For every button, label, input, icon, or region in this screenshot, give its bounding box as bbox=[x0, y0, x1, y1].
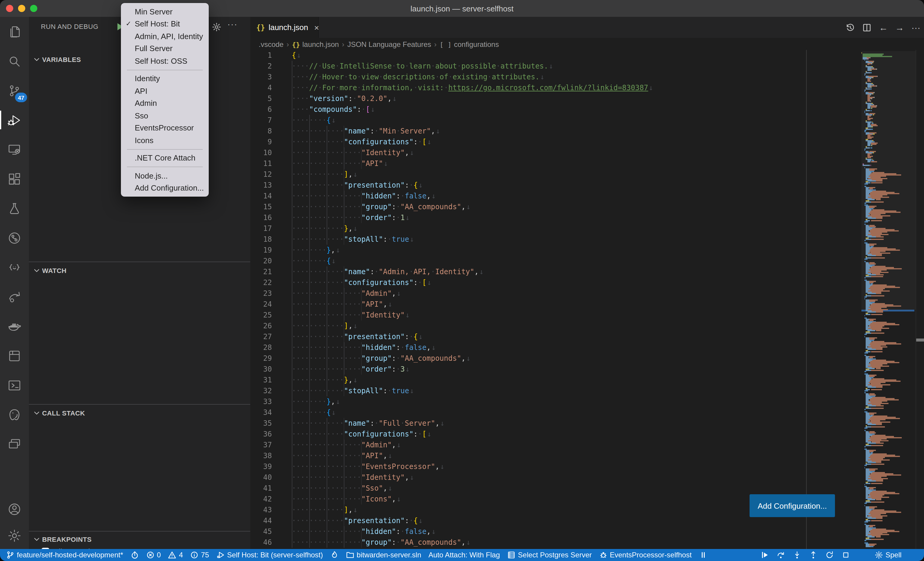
menu-item-add-configuration-[interactable]: Add Configuration... bbox=[121, 182, 209, 194]
code-line[interactable]: 34········{↓ bbox=[250, 407, 924, 418]
breadcrumb-item[interactable]: JSON Language Features bbox=[347, 40, 431, 49]
menu-item-node-js-[interactable]: Node.js... bbox=[121, 169, 209, 182]
menu-item-admin[interactable]: Admin bbox=[121, 97, 209, 109]
menu-item-self-host-oss[interactable]: Self Host: OSS bbox=[121, 55, 209, 67]
source-control-icon[interactable]: 47 bbox=[0, 76, 29, 105]
explorer-icon[interactable] bbox=[0, 17, 29, 46]
breakpoints-section-header[interactable]: BREAKPOINTS bbox=[29, 533, 250, 546]
menu-item-api[interactable]: API bbox=[121, 85, 209, 97]
breadcrumb-item[interactable]: {}launch.json bbox=[292, 40, 339, 49]
search-icon[interactable] bbox=[0, 46, 29, 76]
code-line[interactable]: 11················"API"↓ bbox=[250, 158, 924, 169]
step-into-button[interactable] bbox=[793, 551, 801, 559]
gitlens-icon[interactable] bbox=[0, 223, 29, 253]
code-line[interactable]: 21············"name":·"Admin,·API,·Ident… bbox=[250, 266, 924, 277]
code-line[interactable]: 5····"version":·"0.2.0",↓ bbox=[250, 93, 924, 104]
live-share-icon[interactable] bbox=[0, 282, 29, 311]
close-window-button[interactable] bbox=[6, 5, 13, 12]
code-line[interactable]: 12············],↓ bbox=[250, 169, 924, 180]
code-line[interactable]: 27············"presentation":·{↓ bbox=[250, 331, 924, 342]
code-line[interactable]: 8············"name":·"Min·Server",↓ bbox=[250, 126, 924, 136]
code-line[interactable]: 2····//·Use·IntelliSense·to·learn·about·… bbox=[250, 61, 924, 72]
code-line[interactable]: 22············"configurations":·[↓ bbox=[250, 277, 924, 288]
code-line[interactable]: 9············"configurations":·[↓ bbox=[250, 136, 924, 147]
code-line[interactable]: 3····//·Hover·to·view·descriptions·of·ex… bbox=[250, 72, 924, 82]
code-line[interactable]: 37················"Admin",↓ bbox=[250, 440, 924, 450]
active-debug-config[interactable]: Self Host: Bit (server-selfhost) bbox=[216, 549, 323, 561]
pause-button[interactable] bbox=[699, 551, 707, 559]
code-line[interactable]: 24················"API",↓ bbox=[250, 299, 924, 310]
powershell-icon[interactable] bbox=[0, 370, 29, 400]
code-line[interactable]: 40················"Identity",↓ bbox=[250, 472, 924, 483]
remote-explorer-icon[interactable] bbox=[0, 135, 29, 164]
zoom-window-button[interactable] bbox=[30, 5, 37, 12]
info-count[interactable]: 75 bbox=[190, 549, 209, 561]
docker-icon[interactable] bbox=[0, 311, 29, 341]
code-line[interactable]: 46················"group":·"AA_compounds… bbox=[250, 537, 924, 548]
solution-picker[interactable]: bitwarden-server.sln bbox=[346, 549, 422, 561]
more-actions-icon[interactable]: ··· bbox=[911, 22, 920, 33]
gear-icon[interactable] bbox=[212, 22, 221, 32]
code-line[interactable]: 25················"Identity"↓ bbox=[250, 310, 924, 320]
database-icon[interactable] bbox=[0, 341, 29, 370]
debug-session[interactable]: EventsProcessor-selfhost bbox=[599, 549, 692, 561]
menu-item-icons[interactable]: Icons bbox=[121, 134, 209, 147]
split-editor-icon[interactable] bbox=[862, 22, 872, 32]
warning-count[interactable]: 4 bbox=[168, 549, 183, 561]
code-line[interactable]: 36············"configurations":·[↓ bbox=[250, 429, 924, 440]
close-tab-icon[interactable]: × bbox=[314, 22, 319, 32]
code-line[interactable]: 41················"Sso",↓ bbox=[250, 483, 924, 494]
account-icon[interactable] bbox=[0, 496, 29, 522]
rest-client-icon[interactable] bbox=[0, 253, 29, 282]
menu-item-admin-api-identity[interactable]: Admin, API, Identity bbox=[121, 30, 209, 42]
minimize-window-button[interactable] bbox=[18, 5, 25, 12]
settings-icon[interactable] bbox=[0, 522, 29, 549]
restart-button[interactable] bbox=[825, 551, 834, 559]
code-line[interactable]: 15················"group":·"AA_compounds… bbox=[250, 202, 924, 212]
code-line[interactable]: 45················"hidden":·false,↓ bbox=[250, 526, 924, 537]
menu-item-eventsprocessor[interactable]: EventsProcessor bbox=[121, 122, 209, 134]
spell-checker[interactable]: Spell bbox=[874, 549, 902, 561]
code-editor[interactable]: 1{↓2····//·Use·IntelliSense·to·learn·abo… bbox=[250, 50, 924, 549]
menu-item-full-server[interactable]: Full Server bbox=[121, 42, 209, 55]
postgres-server-picker[interactable]: Select Postgres Server bbox=[507, 549, 592, 561]
call-stack-section-header[interactable]: CALL STACK bbox=[29, 407, 250, 420]
code-line[interactable]: 4····//·For·more·information,·visit:·htt… bbox=[250, 82, 924, 93]
code-line[interactable]: 30················"order":·3↓ bbox=[250, 364, 924, 375]
code-line[interactable]: 19········},↓ bbox=[250, 245, 924, 256]
code-line[interactable]: 18············"stopAll":·true↓ bbox=[250, 234, 924, 245]
code-line[interactable]: 17············},↓ bbox=[250, 223, 924, 234]
code-line[interactable]: 13············"presentation":·{↓ bbox=[250, 180, 924, 191]
navigate-back-icon[interactable]: ← bbox=[879, 22, 888, 33]
code-line[interactable]: 28················"hidden":·false,↓ bbox=[250, 342, 924, 353]
breadcrumb-item[interactable]: [ ]configurations bbox=[440, 40, 499, 49]
menu-item-min-server[interactable]: Min Server bbox=[121, 5, 209, 18]
code-line[interactable]: 29················"group":·"AA_compounds… bbox=[250, 353, 924, 364]
breadcrumb-item[interactable]: .vscode bbox=[259, 40, 284, 49]
code-line[interactable]: 16················"order":·1↓ bbox=[250, 212, 924, 223]
profiler[interactable] bbox=[330, 551, 339, 559]
window-panels-icon[interactable] bbox=[0, 429, 29, 459]
more-actions-icon[interactable]: ··· bbox=[227, 19, 238, 29]
stop-button[interactable] bbox=[842, 551, 850, 559]
add-configuration-button[interactable]: Add Configuration... bbox=[750, 494, 835, 517]
menu-item-identity[interactable]: Identity bbox=[121, 72, 209, 85]
code-line[interactable]: 6····"compounds":·[↓ bbox=[250, 104, 924, 115]
code-line[interactable]: 20········{↓ bbox=[250, 256, 924, 266]
code-line[interactable]: 10················"Identity",↓ bbox=[250, 147, 924, 158]
code-line[interactable]: 33········},↓ bbox=[250, 396, 924, 407]
extensions-icon[interactable] bbox=[0, 164, 29, 194]
git-branch-status[interactable]: feature/self-hosted-development* bbox=[6, 549, 123, 561]
code-line[interactable]: 32············"stopAll":·true↓ bbox=[250, 385, 924, 396]
step-over-button[interactable] bbox=[777, 551, 785, 559]
code-line[interactable]: 31············},↓ bbox=[250, 375, 924, 385]
code-line[interactable]: 39················"EventsProcessor",↓ bbox=[250, 461, 924, 472]
testing-icon[interactable] bbox=[0, 194, 29, 223]
postgres-icon[interactable] bbox=[0, 400, 29, 429]
auto-attach[interactable]: Auto Attach: With Flag bbox=[429, 549, 500, 561]
menu-item-sso[interactable]: Sso bbox=[121, 109, 209, 122]
timeline-history-icon[interactable] bbox=[845, 22, 855, 32]
code-line[interactable]: 14················"hidden":·false,↓ bbox=[250, 191, 924, 202]
error-count[interactable]: 0 bbox=[146, 549, 161, 561]
menu-item-self-host-bit[interactable]: ✓Self Host: Bit bbox=[121, 18, 209, 30]
